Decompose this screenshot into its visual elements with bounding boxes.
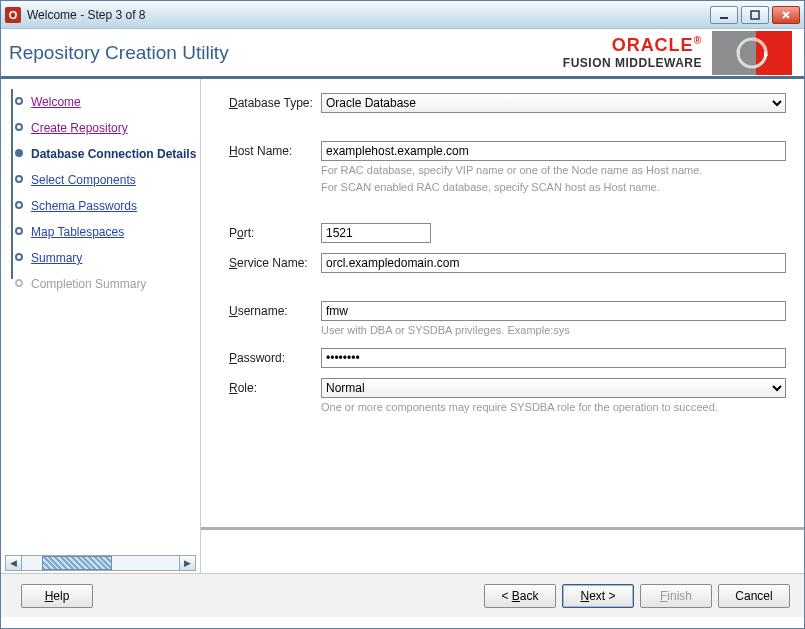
step-completion-summary: Completion Summary <box>9 271 200 297</box>
host-name-input[interactable] <box>321 141 786 161</box>
sidebar-scrollbar[interactable]: ◀ ▶ <box>5 555 196 571</box>
next-button[interactable]: Next > <box>562 584 634 608</box>
label-username: Username: <box>229 301 321 318</box>
window-controls <box>710 6 800 24</box>
page-title: Repository Creation Utility <box>9 42 229 64</box>
role-hint: One or more components may require SYSDB… <box>321 400 786 415</box>
titlebar[interactable]: O Welcome - Step 3 of 8 <box>1 1 804 29</box>
close-button[interactable] <box>772 6 800 24</box>
step-schema-passwords: Schema Passwords <box>9 193 200 219</box>
svg-rect-0 <box>720 17 728 19</box>
message-area <box>201 529 804 573</box>
host-name-hint2: For SCAN enabled RAC database, specify S… <box>321 180 786 195</box>
maximize-button[interactable] <box>741 6 769 24</box>
label-database-type: Database Type: <box>229 93 321 110</box>
scroll-left-icon[interactable]: ◀ <box>6 556 22 570</box>
cancel-button[interactable]: Cancel <box>718 584 790 608</box>
database-type-select[interactable]: Oracle Database <box>321 93 786 113</box>
step-db-connection: Database Connection Details <box>9 141 200 167</box>
role-select[interactable]: Normal <box>321 378 786 398</box>
scroll-right-icon[interactable]: ▶ <box>179 556 195 570</box>
username-input[interactable] <box>321 301 786 321</box>
minimize-button[interactable] <box>710 6 738 24</box>
step-create-repository: Create Repository <box>9 115 200 141</box>
app-icon: O <box>5 7 21 23</box>
wizard-steps: Welcome Create Repository Database Conne… <box>9 89 200 297</box>
step-welcome: Welcome <box>9 89 200 115</box>
label-port: Port: <box>229 223 321 240</box>
username-hint: User with DBA or SYSDBA privileges. Exam… <box>321 323 786 338</box>
brand-middleware: FUSION MIDDLEWARE <box>563 56 702 70</box>
main-panel: Database Type: Oracle Database Host Name… <box>201 79 804 573</box>
host-name-hint1: For RAC database, specify VIP name or on… <box>321 163 786 178</box>
brand-swirl-icon <box>712 31 792 75</box>
label-service-name: Service Name: <box>229 253 321 270</box>
label-role: Role: <box>229 378 321 395</box>
label-host-name: Host Name: <box>229 141 321 158</box>
svg-rect-1 <box>751 11 759 19</box>
brand-oracle: ORACLE® <box>563 35 702 56</box>
step-map-tablespaces: Map Tablespaces <box>9 219 200 245</box>
port-input[interactable] <box>321 223 431 243</box>
scroll-thumb[interactable] <box>42 556 112 570</box>
back-button[interactable]: < Back <box>484 584 556 608</box>
header: Repository Creation Utility ORACLE® FUSI… <box>1 29 804 79</box>
label-password: Password: <box>229 348 321 365</box>
help-button[interactable]: Help <box>21 584 93 608</box>
sidebar: Welcome Create Repository Database Conne… <box>1 79 201 573</box>
finish-button: Finish <box>640 584 712 608</box>
service-name-input[interactable] <box>321 253 786 273</box>
step-select-components: Select Components <box>9 167 200 193</box>
step-summary: Summary <box>9 245 200 271</box>
footer: Help < Back Next > Finish Cancel <box>1 573 804 617</box>
brand-block: ORACLE® FUSION MIDDLEWARE <box>563 31 792 75</box>
form-area: Database Type: Oracle Database Host Name… <box>201 79 804 529</box>
password-input[interactable] <box>321 348 786 368</box>
window-title: Welcome - Step 3 of 8 <box>27 8 710 22</box>
window-frame: O Welcome - Step 3 of 8 Repository Creat… <box>0 0 805 629</box>
